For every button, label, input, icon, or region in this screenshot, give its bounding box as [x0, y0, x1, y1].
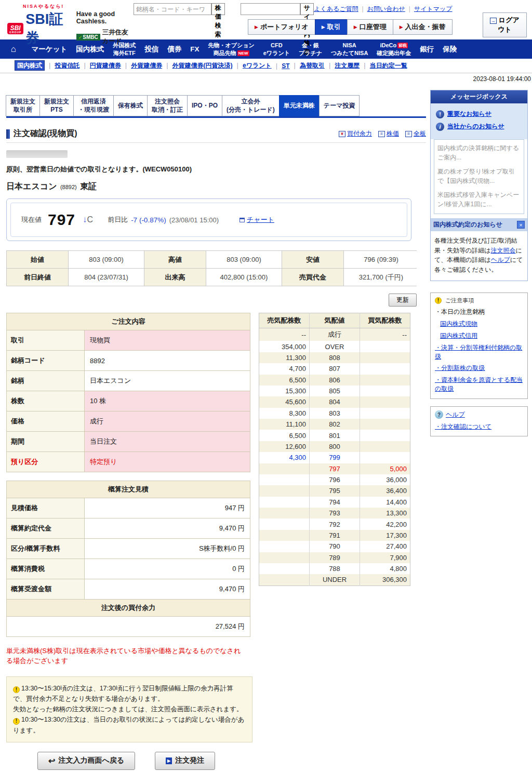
order-row: 価格成行 — [7, 411, 250, 432]
caution-item[interactable]: ・資本剰余金を原資とする配当の取扱 — [435, 376, 523, 393]
back-button[interactable]: ↩注文入力画面へ戻る — [37, 752, 135, 770]
buying-power-title: 注文後の買付余力 — [7, 600, 250, 617]
buying-power-value: 27,524 円 — [7, 617, 250, 637]
summary-value: 803 (09:00) — [206, 251, 282, 268]
caution-item[interactable]: 国内株式信用 — [440, 331, 523, 340]
sub-nav-item[interactable]: 円貨建債券 — [90, 62, 121, 69]
title-link[interactable]: 株価 — [378, 129, 399, 138]
main-nav-item[interactable]: 先物・オプション商品先物NEW — [204, 39, 259, 59]
main-nav-item[interactable]: 保険 — [438, 39, 461, 59]
main-nav-item[interactable]: NISAつみたてNISA — [327, 39, 373, 59]
header-link[interactable]: サイトマップ — [414, 5, 453, 12]
main-nav-item[interactable]: マーケット — [27, 39, 72, 59]
estimate-table: 概算注文見積 見積価格947 円概算約定代金9,470 円区分/概算手数料S株手… — [6, 481, 250, 637]
caution-item[interactable]: ・本日の注意銘柄 — [435, 308, 523, 316]
main-nav: ⌂ マーケット国内株式外国株式海外ETF投信債券FX先物・オプション商品先物NE… — [0, 39, 532, 59]
order-inquiry-link[interactable]: 注文照会 — [491, 247, 516, 254]
main-nav-item[interactable]: 銀行 — [416, 39, 438, 59]
main-nav-item[interactable]: FX — [186, 39, 204, 59]
order-tab[interactable]: 立会外(分売・トレード) — [222, 95, 280, 116]
title-link[interactable]: 買付余力 — [339, 129, 372, 138]
sub-nav-item[interactable]: 注文履歴 — [335, 62, 360, 69]
warning-icon: ! — [13, 718, 20, 725]
header-link[interactable]: よくあるご質問 — [314, 5, 358, 12]
logout-button[interactable]: ログアウト — [483, 12, 527, 37]
refresh-button[interactable]: 更新 — [389, 294, 417, 307]
title-links: 買付余力株価全板 — [339, 129, 426, 138]
caution-item[interactable]: ・決算・分割等権利付銘柄の取扱 — [435, 343, 523, 361]
help-item[interactable]: ・注文確認について — [435, 422, 523, 431]
sub-nav-item[interactable]: 投資信託 — [55, 62, 79, 69]
stock-search-input[interactable] — [134, 3, 211, 15]
stock-search-button[interactable]: 株価検索 — [211, 3, 225, 15]
notice-item[interactable]: 米国株式移管入庫キャンペーン!移管入庫1回に... — [437, 190, 521, 209]
caution-icon: ! — [435, 297, 442, 304]
warning-icon: ! — [13, 686, 20, 693]
help-link[interactable]: ヘルプ — [491, 256, 510, 263]
header-nav-tab[interactable]: 入出金・振替 — [393, 19, 453, 35]
message-box-link[interactable]: !重要なお知らせ — [436, 110, 523, 118]
order-details-table: ご注文内容 取引現物買銘柄コード8892銘柄日本エスコン株数10 株価格成行期間… — [6, 313, 250, 472]
order-tab[interactable]: IPO・PO — [187, 95, 222, 116]
board-header-sell: 売気配株数 — [259, 313, 310, 328]
estimate-row: 見積価格947 円 — [7, 498, 250, 519]
smbc-ad[interactable]: Have a good Cashless. SMBC三井住友カード — [76, 3, 134, 37]
cashless-line: Have a good Cashless. — [76, 10, 134, 25]
submit-order-button[interactable]: ▶注文発注 — [155, 752, 215, 770]
order-row: 銘柄コード8892 — [7, 351, 250, 371]
summary-value: 804 (23/07/31) — [69, 269, 144, 286]
notice-item[interactable]: 夏の株オプ祭り!株オプ取引で【国内株式(現物... — [437, 167, 521, 185]
sub-nav-item[interactable]: 外貨建債券 — [131, 62, 162, 69]
order-tab[interactable]: 新規注文取引所 — [6, 95, 40, 116]
help-icon: ? — [435, 410, 443, 419]
current-price-label: 現在値 — [21, 215, 42, 224]
order-tab[interactable]: 新規注文PTS — [39, 95, 74, 116]
main-nav-item[interactable]: CFDeワラント — [259, 39, 294, 59]
close-icon[interactable]: × — [517, 221, 525, 229]
help-title-link[interactable]: ヘルプ — [446, 410, 465, 419]
order-tab[interactable]: 単元未満株 — [279, 95, 320, 116]
main-nav-item[interactable]: 外国株式海外ETF — [109, 39, 140, 59]
order-tab[interactable]: 保有株式 — [113, 95, 148, 116]
main-nav-item[interactable]: 金・銀プラチナ — [294, 39, 326, 59]
header-nav-tabs: ポートフォリオ取引口座管理入出金・振替 — [134, 19, 453, 35]
main-nav-item[interactable]: 投信 — [140, 39, 163, 59]
caution-item[interactable]: ・分割新株の取扱 — [435, 364, 523, 373]
main-nav-item[interactable]: 国内株式 — [72, 39, 109, 59]
title-link[interactable]: 全板 — [405, 129, 426, 138]
stock-name: 日本エスコン — [6, 182, 57, 191]
board-row: 7884,800 — [259, 563, 410, 574]
sub-nav-item[interactable]: 外貨建債券(円貨決済) — [172, 62, 233, 69]
main-nav-item[interactable]: iDeCo節税確定拠出年金 — [373, 39, 416, 59]
order-book-table: 売気配株数 気配値 買気配株数 --成行--354,000OVER11,3008… — [259, 313, 410, 586]
board-row: 4,300799 — [259, 452, 410, 463]
board-row: --成行-- — [259, 328, 410, 341]
summary-value: 803 (09:00) — [69, 251, 144, 268]
notice-item[interactable]: 国内株式の決算銘柄に関するご案内... — [437, 143, 521, 162]
caution-item[interactable]: 国内株式現物 — [440, 320, 523, 328]
sub-nav-item[interactable]: ST — [282, 62, 289, 70]
sub-nav-item[interactable]: 国内株式 — [15, 60, 45, 71]
main-nav-item[interactable]: 債券 — [163, 39, 186, 59]
site-search-input[interactable] — [241, 3, 300, 15]
order-tab[interactable]: 信用返済・現引現渡 — [73, 95, 114, 116]
sub-nav-item[interactable]: 当日約定一覧 — [370, 62, 407, 69]
order-tab[interactable]: 注文照会取消・訂正 — [147, 95, 188, 116]
doc-icon — [339, 131, 345, 137]
sub-nav-item[interactable]: 為替取引 — [300, 62, 325, 69]
site-search-button[interactable]: サイト内検索 — [300, 3, 314, 15]
header-nav-tab[interactable]: 口座管理 — [347, 19, 393, 35]
order-table-title: ご注文内容 — [7, 313, 250, 330]
summary-value: 402,800 (15:00) — [206, 269, 282, 286]
header-nav-tab[interactable]: ポートフォリオ — [248, 19, 315, 35]
message-box-link[interactable]: i当社からのお知らせ — [436, 122, 523, 131]
sub-nav-item[interactable]: eワラント — [243, 62, 272, 69]
sbi-logo[interactable]: NISAやるなら! SBIGROUP SBI証券 — [7, 3, 76, 37]
home-icon[interactable]: ⌂ — [0, 39, 27, 59]
header-nav-tab[interactable]: 取引 — [315, 19, 348, 35]
order-tab[interactable]: テーマ投資 — [319, 95, 360, 116]
chart-link[interactable]: チャート — [247, 215, 274, 224]
summary-label: 高値 — [144, 251, 206, 268]
header-link[interactable]: お問い合わせ — [367, 5, 405, 12]
sub-nav: 国内株式投資信託円貨建債券外貨建債券外貨建債券(円貨決済)eワラントST為替取引… — [0, 59, 532, 73]
